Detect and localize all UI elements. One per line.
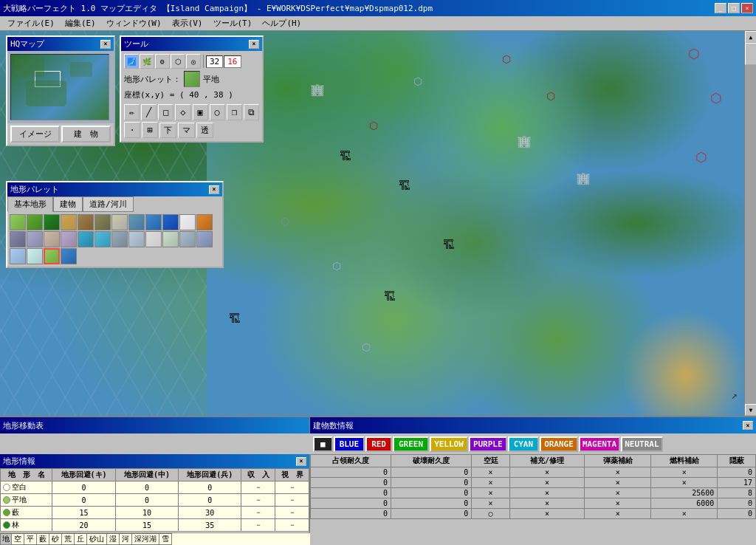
draw-tou[interactable]: 透 [196,123,213,138]
palette-cell-t25[interactable] [10,248,26,264]
color-btn-neutral[interactable]: NEUTRAL [621,436,662,452]
color-btn-red[interactable]: RED [365,436,392,452]
palette-cell-snow[interactable] [179,214,196,230]
menu-view[interactable]: 表示(V) [168,16,207,30]
palette-cell-t20[interactable] [128,231,145,247]
palette-cell-t23[interactable] [179,231,196,247]
color-btn-green[interactable]: GREEN [393,436,429,452]
palette-cell-rough[interactable] [78,214,94,230]
menu-help[interactable]: ヘルプ(H) [258,16,306,30]
draw-rect[interactable]: □ [158,104,173,120]
palette-cell-t13[interactable] [10,231,26,247]
tool-btn-4[interactable]: ⬡ [171,54,185,69]
color-btn-purple[interactable]: PURPLE [469,436,507,452]
color-btn-orange[interactable]: ORANGE [540,436,578,452]
building-info-close-button[interactable]: × [743,421,753,430]
td-occupy: 0 [311,509,391,519]
td-destroy: 0 [391,478,472,488]
palette-cell-selected[interactable] [44,248,60,264]
close-button[interactable]: × [741,3,753,13]
palette-cell-t19[interactable] [111,231,128,247]
tools-close-button[interactable]: × [249,40,259,49]
tool-btn-3[interactable]: ⚙ [155,54,170,69]
tool-btn-1[interactable]: 🗾 [124,54,139,69]
scroll-thumb[interactable] [745,43,756,65]
terrain-move-table-content[interactable]: 地 空 平 藪 砂 荒 丘 砂山 湿 河 深河湖 雪 [0,532,310,545]
draw-ellipse[interactable]: ○ [210,104,225,120]
palette-cell-t16[interactable] [61,231,77,247]
draw-copy[interactable]: ❒ [227,104,242,120]
td-occupy: 0 [311,478,391,488]
palette-cell-t15[interactable] [44,231,60,247]
draw-down[interactable]: 下 [159,123,176,138]
color-btn-black[interactable]: ■ [313,436,333,452]
menu-file[interactable]: ファイル(E) [3,16,59,30]
palette-cell-t17[interactable] [78,231,94,247]
draw-diamond[interactable]: ◇ [175,104,190,120]
palette-tab-road[interactable]: 道路/河川 [83,196,134,212]
th-ki: 地形回避(キ) [52,469,115,481]
palette-cell-brush[interactable] [27,214,43,230]
size-width: 32 [206,55,223,68]
color-btn-cyan[interactable]: CYAN [508,436,540,452]
palette-cell-mountain[interactable] [111,214,128,230]
palette-cell-t22[interactable] [162,231,179,247]
terrain-info-table-container[interactable]: 地 形 名 地形回避(キ) 地形回避(中) 地形回避(兵) 収 入 視 界 空白… [0,468,309,532]
draw-fill[interactable]: ▣ [193,104,208,120]
palette-cell-t18[interactable] [94,231,111,247]
draw-line[interactable]: ╱ [141,104,157,120]
palette-cell-deep[interactable] [162,214,179,230]
palette-cell-hill[interactable] [94,214,111,230]
minimize-button[interactable]: _ [715,3,726,13]
hq-image-button[interactable]: イメージ [10,126,60,143]
table-row: 0 0 × × × × 0 [311,467,756,478]
maximize-button[interactable]: □ [728,3,740,13]
menu-edit[interactable]: 編集(E) [61,16,100,30]
table-row: 空白 0 0 0 － － [1,481,309,494]
draw-dot[interactable]: · [124,122,140,138]
menu-tools[interactable]: ツール(T) [209,16,257,30]
palette-cell-t28[interactable] [61,248,77,264]
palette-tab-building[interactable]: 建物 [53,196,83,212]
palette-cell-sand[interactable] [61,214,77,230]
palette-tab-basic[interactable]: 基本地形 [7,196,53,212]
td-chu: 0 [115,494,178,507]
scroll-track[interactable] [745,43,756,404]
td-ki: 15 [52,507,115,519]
tools-content: 🗾 🌿 ⚙ ⬡ ◎ 32 16 地形パレット： 平地 座標(x,y) = ( 4… [121,51,262,141]
td-airfield: × [472,478,510,488]
hq-map-image[interactable] [10,54,109,120]
scroll-down-button[interactable]: ▼ [745,404,756,416]
td-repair: × [509,467,585,478]
tool-btn-2[interactable]: 🌿 [140,54,154,69]
palette-cell-plain[interactable] [10,214,26,230]
draw-ma[interactable]: マ [178,123,195,138]
hq-map-close-button[interactable]: × [100,40,111,49]
draw-paste[interactable]: ⧉ [244,104,259,120]
bottom-content-area: 地形情報 × 地 形 名 地形回避(キ) 地形回避(中) 地形回避(兵) 収 入… [0,454,756,532]
palette-cell-forest[interactable] [44,214,60,230]
palette-cell-t21[interactable] [145,231,162,247]
color-btn-blue[interactable]: BLUE [334,436,365,452]
hq-building-button[interactable]: 建 物 [61,126,111,143]
tool-btn-5[interactable]: ◎ [186,54,201,69]
scroll-up-button[interactable]: ▲ [745,31,756,43]
draw-grid[interactable]: ⊞ [142,122,158,138]
palette-cell-t26[interactable] [27,248,43,264]
td-destroy: 0 [391,498,472,509]
palette-cell-t24[interactable] [196,231,213,247]
building-data-panel[interactable]: 占領耐久度 破壊耐久度 空廷 補充/修理 弾薬補給 燃料補給 隠蔽 0 0 × [310,454,756,532]
menu-window[interactable]: ウィンドウ(W) [102,16,166,30]
color-btn-yellow[interactable]: YELLOW [430,436,468,452]
terrain-info-close-button[interactable]: × [296,457,306,466]
palette-cell-marsh[interactable] [128,214,145,230]
draw-pencil[interactable]: ✏ [124,104,140,120]
color-btn-magenta[interactable]: MAGENTA [579,436,620,452]
terrain-palette-close-button[interactable]: × [209,185,219,194]
terrain-palette-title-text: 地形パレット [10,184,59,195]
palette-cell-river[interactable] [145,214,162,230]
vertical-scrollbar[interactable]: ▲ ▼ [744,31,756,416]
terrain-dot [3,484,10,491]
palette-cell-t12[interactable] [196,214,213,230]
palette-cell-t14[interactable] [27,231,43,247]
